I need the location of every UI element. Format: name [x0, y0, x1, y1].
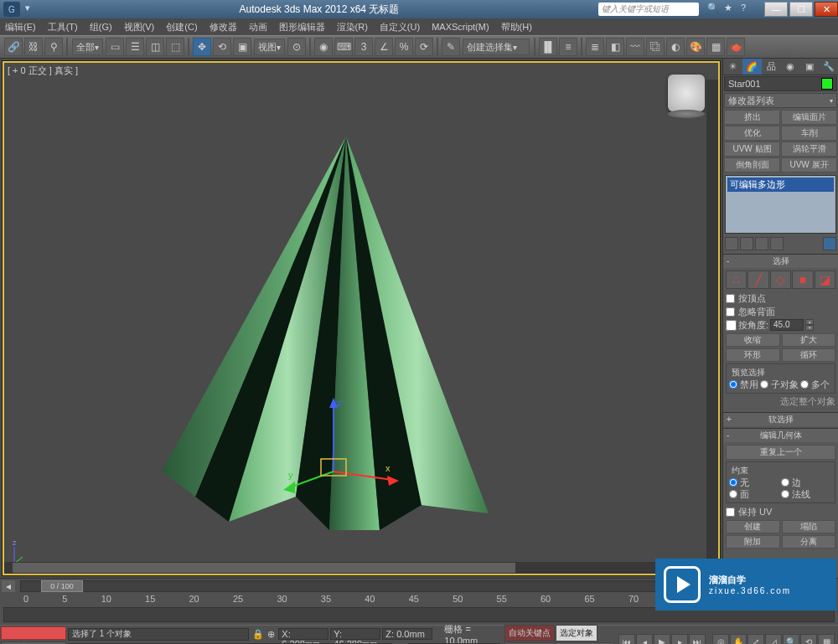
align-icon[interactable]: ≡ [559, 38, 577, 56]
object-color-swatch[interactable] [821, 78, 833, 90]
coord-y-field[interactable]: Y: 46.289mm [330, 628, 380, 640]
move-icon[interactable]: ✥ [193, 38, 211, 56]
preview-subobj-radio[interactable]: 子对象 [760, 379, 799, 390]
render-icon[interactable]: 🫖 [727, 38, 745, 56]
modifier-preset-button[interactable]: 优化 [724, 126, 780, 141]
modifier-preset-button[interactable]: 编辑面片 [781, 110, 837, 125]
repeat-last-button[interactable]: 重复上一个 [726, 445, 835, 460]
select-icon[interactable]: ▭ [106, 38, 124, 56]
zoom-extents-icon[interactable]: ⤢ [747, 634, 764, 645]
play-icon[interactable]: ▶ [654, 634, 670, 645]
spinner-snap-icon[interactable]: ⟳ [415, 38, 433, 56]
shrink-button[interactable]: 收缩 [726, 333, 780, 347]
ref-coord-dropdown[interactable]: 视图 ▾ [254, 39, 285, 55]
goto-end-icon[interactable]: ⏭ [689, 634, 706, 645]
rollout-editgeo-header[interactable]: 编辑几何体 [723, 429, 838, 442]
orbit-icon[interactable]: ⟲ [800, 634, 817, 645]
modifier-preset-button[interactable]: 车削 [781, 126, 837, 141]
pivot-icon[interactable]: ⊙ [287, 38, 306, 56]
material-editor-icon[interactable]: ◐ [666, 38, 685, 56]
star-icon[interactable]: ★ [724, 3, 737, 16]
menu-item[interactable]: 工具(T) [48, 21, 78, 33]
detach-button[interactable]: 分离 [782, 535, 836, 549]
preview-multi-radio[interactable]: 多个 [800, 379, 830, 390]
subobj-vertex-icon[interactable]: ∴ [726, 270, 747, 289]
ring-button[interactable]: 环形 [726, 348, 780, 362]
subobj-element-icon[interactable]: ◪ [815, 270, 835, 289]
menu-item[interactable]: 帮助(H) [501, 21, 532, 33]
rollout-selection-header[interactable]: 选择 [723, 255, 838, 268]
subobj-polygon-icon[interactable]: ■ [792, 270, 813, 289]
lock-icon[interactable]: 🔒 [252, 629, 264, 640]
render-setup-icon[interactable]: 🎨 [686, 38, 705, 56]
named-selection-dropdown[interactable]: 创建选择集 ▾ [463, 39, 530, 55]
menu-item[interactable]: 修改器 [210, 21, 237, 33]
constraint-face-radio[interactable]: 面 [729, 488, 781, 500]
by-angle-checkbox[interactable] [726, 320, 737, 331]
coord-z-field[interactable]: Z: 0.0mm [382, 628, 432, 640]
close-button[interactable]: ✕ [815, 2, 838, 17]
by-vertex-checkbox[interactable]: 按顶点 [726, 291, 835, 305]
viewport[interactable]: [ + 0 正交 ] 真实 ] z [2, 60, 721, 576]
unlink-icon[interactable]: ⛓ [24, 38, 43, 56]
modifier-preset-button[interactable]: 倒角剖面 [724, 157, 780, 173]
qat-icon[interactable]: ▾ [25, 3, 39, 16]
constraint-edge-radio[interactable]: 边 [781, 477, 833, 488]
object-name-field[interactable]: Star001 [724, 76, 837, 91]
remove-modifier-icon[interactable] [770, 237, 784, 250]
viewcube[interactable] [661, 70, 711, 120]
pin-stack-icon[interactable] [725, 237, 738, 250]
grow-button[interactable]: 扩大 [782, 333, 836, 347]
graphite-icon[interactable]: ◧ [606, 38, 624, 56]
constraint-normal-radio[interactable]: 法线 [781, 488, 833, 500]
rollout-softsel-header[interactable]: 软选择 [723, 413, 838, 426]
loop-button[interactable]: 循环 [782, 348, 836, 362]
minimize-button[interactable]: — [764, 2, 788, 17]
modifier-stack[interactable]: 可编辑多边形 [725, 175, 836, 234]
selection-filter-dropdown[interactable]: 全部 ▾ [72, 39, 103, 55]
preserve-uv-checkbox[interactable]: 保持 UV [726, 505, 835, 518]
pan-icon[interactable]: ✋ [730, 634, 747, 645]
prev-frame-icon[interactable]: ◂ [636, 634, 653, 645]
fov-icon[interactable]: ◿ [765, 634, 782, 645]
subobj-border-icon[interactable]: ◇ [770, 270, 791, 289]
rendered-frame-icon[interactable]: ▦ [706, 38, 725, 56]
modifier-preset-button[interactable]: 挤出 [724, 110, 780, 125]
make-unique-icon[interactable] [755, 237, 768, 250]
tab-utilities-icon[interactable]: 🔧 [819, 59, 838, 75]
coord-x-field[interactable]: X: 6.298mm [278, 628, 328, 640]
modifier-preset-button[interactable]: UVW 贴图 [724, 142, 780, 157]
tab-modify-icon[interactable]: 🌈 [742, 59, 762, 75]
autokey-button[interactable]: 自动关键点 [504, 625, 555, 641]
bind-icon[interactable]: ⚲ [44, 38, 63, 56]
stack-item-editable-poly[interactable]: 可编辑多边形 [727, 178, 834, 192]
modifier-preset-button[interactable]: UVW 展开 [781, 157, 837, 173]
move-gizmo[interactable]: z x y [283, 396, 409, 522]
modifier-list-dropdown[interactable]: 修改器列表 [724, 93, 837, 108]
preview-disable-radio[interactable]: 禁用 [729, 379, 758, 390]
keyboard-icon[interactable]: ⌨ [334, 38, 353, 56]
window-crossing-icon[interactable]: ⬚ [166, 38, 184, 56]
key-selset-dropdown[interactable]: 选定对象 [556, 625, 597, 641]
menu-item[interactable]: MAXScript(M) [432, 22, 489, 32]
maximize-button[interactable]: ☐ [789, 2, 813, 17]
maximize-viewport-icon[interactable]: ▦ [818, 634, 835, 645]
attach-button[interactable]: 附加 [726, 535, 780, 549]
configure-sets-icon[interactable] [823, 237, 836, 250]
angle-spinner[interactable]: 45.0 [770, 319, 804, 331]
viewport-vscroll[interactable] [706, 80, 718, 560]
menu-item[interactable]: 视图(V) [124, 21, 155, 33]
collapse-button[interactable]: 塌陷 [782, 520, 836, 533]
constraint-none-radio[interactable]: 无 [729, 477, 781, 488]
ignore-backface-checkbox[interactable]: 忽略背面 [726, 305, 835, 318]
layers-icon[interactable]: ≣ [586, 38, 604, 56]
tab-display-icon[interactable]: ▣ [799, 59, 819, 75]
menu-item[interactable]: 编辑(E) [5, 21, 36, 33]
goto-start-icon[interactable]: ⏮ [618, 634, 635, 645]
menu-item[interactable]: 渲染(R) [337, 21, 368, 33]
scale-icon[interactable]: ▣ [233, 38, 251, 56]
mirror-icon[interactable]: ▐▌ [539, 38, 557, 56]
snap-3-icon[interactable]: 3 [354, 38, 373, 56]
tab-create-icon[interactable]: ✳ [723, 59, 742, 75]
time-left-icon[interactable]: ◂ [1, 580, 16, 593]
